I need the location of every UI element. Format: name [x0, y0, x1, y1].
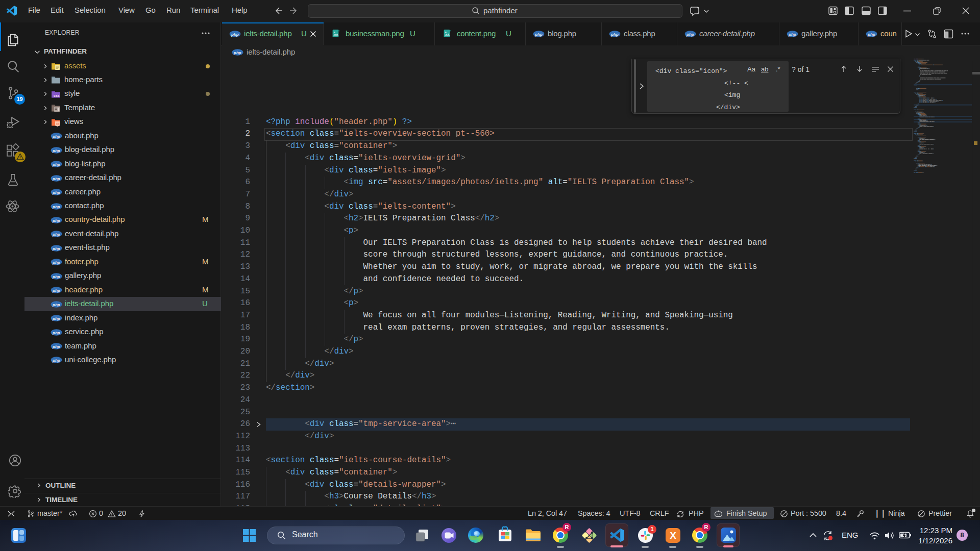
svg-text:php: php: [52, 358, 60, 363]
svg-text:css: css: [54, 94, 60, 97]
svg-text:php: php: [52, 288, 60, 293]
svg-text:php: php: [867, 32, 875, 37]
svg-text:php: php: [233, 51, 241, 55]
svg-text:php: php: [52, 344, 60, 349]
svg-text:php: php: [52, 148, 60, 153]
svg-text:php: php: [52, 232, 60, 237]
svg-text:php: php: [52, 176, 60, 181]
svg-text:php: php: [52, 218, 60, 222]
svg-text:<>: <>: [56, 122, 60, 126]
svg-text:php: php: [231, 32, 239, 37]
svg-text:php: php: [52, 260, 60, 265]
svg-text:php: php: [52, 134, 60, 139]
svg-text:php: php: [52, 162, 60, 167]
svg-text:php: php: [610, 32, 619, 37]
svg-text:php: php: [52, 204, 60, 209]
svg-text:php: php: [52, 302, 60, 307]
svg-text:php: php: [52, 190, 60, 195]
svg-text:php: php: [686, 32, 694, 37]
svg-text:php: php: [534, 32, 543, 37]
svg-text:php: php: [52, 330, 60, 335]
svg-text:php: php: [52, 316, 60, 321]
svg-text:php: php: [788, 32, 796, 37]
svg-text:php: php: [52, 246, 60, 251]
svg-text:php: php: [52, 274, 60, 279]
